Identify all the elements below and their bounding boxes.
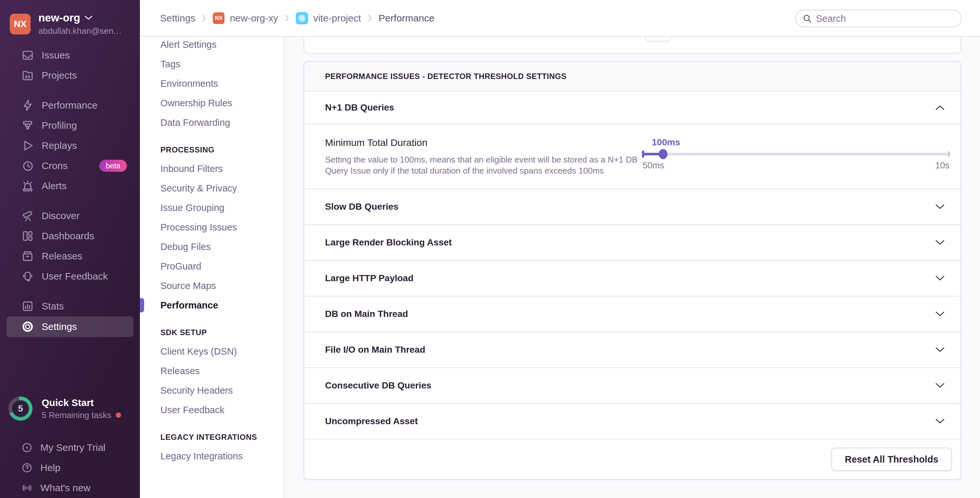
settings-nav-proguard[interactable]: ProGuard: [140, 257, 284, 276]
threshold-settings-panel: PERFORMANCE ISSUES - DETECTOR THRESHOLD …: [304, 61, 961, 480]
settings-nav-section-processing: PROCESSING: [140, 141, 284, 159]
nav-label: Performance: [161, 300, 218, 311]
nav-label: Legacy Integrations: [161, 451, 243, 462]
accordion-db-on-main-thread[interactable]: DB on Main Thread: [304, 297, 961, 332]
settings-nav-environments[interactable]: Environments: [140, 74, 284, 93]
sidebar-item-discover[interactable]: Discover: [0, 206, 140, 226]
accordion-large-render-blocking-asset[interactable]: Large Render Blocking Asset: [304, 225, 961, 261]
nav-label: Alert Settings: [161, 39, 216, 50]
settings-nav-user-feedback[interactable]: User Feedback: [140, 400, 284, 420]
chevron-down-icon: [935, 311, 945, 317]
accordion-large-http-payload[interactable]: Large HTTP Payload: [304, 261, 961, 297]
sidebar-item-performance[interactable]: Performance: [0, 95, 140, 116]
nav-label: Security Headers: [161, 385, 233, 396]
accordion-n1-db-queries[interactable]: N+1 DB Queries: [304, 92, 961, 124]
breadcrumb-separator-icon: [285, 14, 289, 22]
accordion-title: N+1 DB Queries: [325, 102, 394, 113]
user-feedback-icon: [21, 270, 35, 283]
quick-start[interactable]: 5 Quick Start 5 Remaining tasks: [8, 396, 121, 420]
breadcrumb-label: Performance: [379, 13, 435, 24]
settings-nav-performance[interactable]: Performance: [140, 295, 284, 315]
breadcrumb-separator-icon: [202, 14, 206, 22]
chevron-down-icon: [935, 347, 945, 353]
sidebar-item-projects[interactable]: Projects: [0, 65, 140, 86]
sidebar-item-releases[interactable]: Releases: [0, 246, 140, 266]
accordion-file-io-on-main-thread[interactable]: File I/O on Main Thread: [304, 332, 961, 368]
settings-nav-legacy-integrations[interactable]: Legacy Integrations: [140, 446, 284, 466]
org-switcher[interactable]: NX new-org abdullah.khan@sen…: [0, 0, 140, 36]
settings-nav-inbound-filters[interactable]: Inbound Filters: [140, 159, 284, 178]
sidebar-item-dashboards[interactable]: Dashboards: [0, 226, 140, 246]
settings-nav-processing-issues[interactable]: Processing Issues: [140, 217, 284, 237]
accordion-uncompressed-asset[interactable]: Uncompressed Asset: [304, 404, 961, 439]
accordion-title: Large HTTP Payload: [325, 273, 414, 284]
sidebar-item-profiling[interactable]: Profiling: [0, 116, 140, 136]
sidebar-item-label: Projects: [41, 70, 77, 81]
settings-nav-source-maps[interactable]: Source Maps: [140, 276, 284, 295]
slider-thumb[interactable]: [659, 149, 668, 159]
settings-nav-tags[interactable]: Tags: [140, 54, 284, 74]
slider-min-label: 50ms: [643, 160, 664, 171]
panel-title: PERFORMANCE ISSUES - DETECTOR THRESHOLD …: [304, 62, 961, 92]
accordion-title: Large Render Blocking Asset: [325, 237, 452, 248]
settings-nav-issue-grouping[interactable]: Issue Grouping: [140, 198, 284, 217]
sidebar-item-stats[interactable]: Stats: [0, 296, 140, 316]
broadcast-icon: [21, 482, 33, 494]
settings-nav-section-legacy: LEGACY INTEGRATIONS: [140, 428, 284, 446]
sidebar-item-alerts[interactable]: Alerts: [0, 176, 140, 196]
sidebar-item-replays[interactable]: Replays: [0, 136, 140, 156]
nav-label: Security & Privacy: [161, 183, 237, 194]
reset-all-thresholds-button[interactable]: Reset All Thresholds: [831, 447, 952, 471]
settings-nav-ownership-rules[interactable]: Ownership Rules: [140, 93, 284, 113]
slider-max-label: 10s: [935, 160, 950, 171]
settings-nav-data-forwarding[interactable]: Data Forwarding: [140, 113, 284, 132]
nav-label: User Feedback: [161, 405, 224, 416]
sidebar-item-whats-new[interactable]: What's new: [0, 478, 140, 498]
settings-nav-security-headers[interactable]: Security Headers: [140, 381, 284, 400]
sidebar-item-crons[interactable]: Crons beta: [0, 156, 140, 176]
sidebar-item-label: Discover: [41, 210, 80, 221]
sidebar-item-help[interactable]: Help: [0, 458, 140, 478]
sidebar-item-label: Issues: [41, 50, 70, 61]
breadcrumb-settings[interactable]: Settings: [160, 13, 195, 24]
help-icon: [21, 462, 33, 474]
settings-nav-releases[interactable]: Releases: [140, 361, 284, 381]
sidebar-item-issues[interactable]: Issues: [0, 45, 140, 65]
breadcrumb-organization[interactable]: NX new-org-xy: [213, 12, 278, 24]
settings-nav-security-privacy[interactable]: Security & Privacy: [140, 178, 284, 198]
sidebar-item-label: Settings: [41, 321, 77, 332]
sidebar-item-my-sentry-trial[interactable]: My Sentry Trial: [0, 438, 140, 458]
beta-badge: beta: [99, 160, 127, 172]
accordion-slow-db-queries[interactable]: Slow DB Queries: [304, 189, 961, 225]
cutoff-partial-control[interactable]: [646, 37, 671, 41]
quick-start-title: Quick Start: [41, 397, 121, 408]
breadcrumb-project[interactable]: vite-project: [296, 12, 361, 24]
breadcrumb-current-page: Performance: [379, 13, 435, 24]
trial-icon: [21, 441, 33, 454]
breadcrumb-label: new-org-xy: [230, 13, 278, 24]
nav-label: Environments: [161, 78, 218, 89]
search-input[interactable]: [816, 13, 955, 24]
settings-nav-alert-settings[interactable]: Alert Settings: [140, 37, 284, 54]
sidebar-item-user-feedback[interactable]: User Feedback: [0, 266, 140, 286]
nav-label: Ownership Rules: [161, 98, 232, 109]
settings-nav-client-keys[interactable]: Client Keys (DSN): [140, 342, 284, 361]
dashboards-icon: [21, 229, 35, 243]
slider-track[interactable]: [643, 153, 950, 155]
settings-nav-debug-files[interactable]: Debug Files: [140, 237, 284, 257]
profiling-icon: [21, 119, 35, 132]
search-icon: [802, 14, 812, 24]
performance-icon: [21, 98, 35, 112]
nav-label: Debug Files: [161, 241, 211, 252]
accordion-title: Consecutive DB Queries: [325, 380, 431, 391]
sidebar-item-label: Dashboards: [41, 230, 94, 241]
chevron-down-icon: [935, 382, 945, 389]
topbar: Settings NX new-org-xy vite-project Perf…: [140, 0, 980, 37]
react-project-icon: [296, 12, 308, 24]
sidebar-item-settings[interactable]: Settings: [6, 316, 134, 337]
breadcrumb: Settings NX new-org-xy vite-project Perf…: [140, 12, 434, 24]
accordion-consecutive-db-queries[interactable]: Consecutive DB Queries: [304, 368, 961, 404]
main-sidebar: NX new-org abdullah.khan@sen… Issues Pro…: [0, 0, 140, 498]
nav-label: Tags: [161, 59, 180, 70]
setting-description: Setting the value to 100ms, means that a…: [325, 154, 643, 176]
